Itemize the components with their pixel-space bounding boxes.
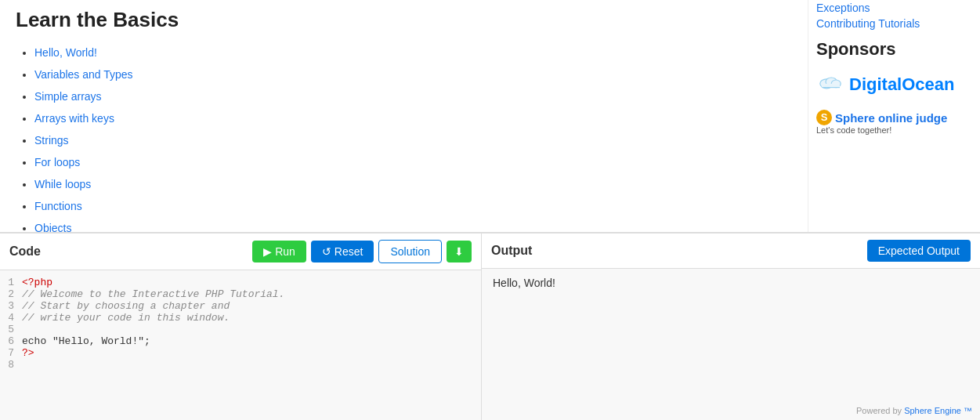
reset-icon: ↺ (322, 245, 331, 258)
code-header: Code ▶ Run ↺ Reset Solution ⬇ (0, 234, 481, 270)
tutorial-link[interactable]: Simple arrays (34, 90, 102, 103)
run-button[interactable]: ▶ Run (252, 241, 306, 262)
code-line: 1<?php (0, 277, 481, 288)
tutorial-link[interactable]: While loops (34, 178, 91, 190)
output-title: Output (491, 244, 867, 258)
tutorial-link[interactable]: Arrays with keys (34, 112, 114, 125)
tutorial-list: Hello, World!Variables and TypesSimple a… (16, 42, 792, 232)
line-number: 1 (0, 277, 22, 288)
tutorial-link[interactable]: Objects (34, 222, 71, 232)
line-code: <?php (22, 277, 52, 288)
exceptions-link[interactable]: Exceptions (816, 2, 967, 14)
code-line: 7?> (0, 347, 481, 359)
output-header: Output Expected Output (482, 234, 980, 269)
page-title: Learn the Basics (16, 8, 792, 32)
right-sidebar: Exceptions Contributing Tutorials Sponso… (808, 0, 980, 232)
line-code: ?> (22, 347, 34, 359)
reset-button[interactable]: ↺ Reset (311, 241, 374, 262)
line-number: 4 (0, 312, 22, 324)
tutorial-list-item: Objects (34, 217, 792, 232)
run-icon: ▶ (263, 245, 272, 258)
tutorial-list-item: While loops (34, 173, 792, 195)
tutorial-link[interactable]: Variables and Types (34, 68, 133, 81)
tutorial-list-item: Simple arrays (34, 85, 792, 107)
code-line: 5 (0, 324, 481, 335)
expected-output-button[interactable]: Expected Output (867, 240, 971, 262)
line-number: 2 (0, 288, 22, 300)
download-button[interactable]: ⬇ (447, 241, 472, 262)
run-label: Run (275, 245, 295, 258)
code-line: 8 (0, 359, 481, 371)
line-number: 6 (0, 335, 22, 347)
left-content: Learn the Basics Hello, World!Variables … (0, 0, 808, 232)
solution-button[interactable]: Solution (378, 240, 442, 263)
code-panel: Code ▶ Run ↺ Reset Solution ⬇ 1<?php2// … (0, 234, 482, 420)
reset-label: Reset (335, 245, 363, 258)
sphere-s-icon: S (816, 110, 832, 125)
line-code: // Welcome to the Interactive PHP Tutori… (22, 288, 284, 300)
line-code: echo "Hello, World!"; (22, 335, 150, 347)
digitalocean-icon (816, 71, 844, 99)
tutorial-list-item: Strings (34, 129, 792, 151)
output-panel: Output Expected Output Hello, World! Pow… (482, 234, 980, 420)
code-body[interactable]: 1<?php2// Welcome to the Interactive PHP… (0, 270, 481, 420)
line-code: // write your code in this window. (22, 312, 230, 324)
line-number: 7 (0, 347, 22, 359)
tutorial-list-item: Functions (34, 195, 792, 217)
bottom-panel: Code ▶ Run ↺ Reset Solution ⬇ 1<?php2// … (0, 232, 980, 420)
digitalocean-name: DigitalOcean (849, 74, 954, 95)
tutorial-list-item: Hello, World! (34, 42, 792, 63)
sponsors-title: Sponsors (816, 39, 967, 60)
tutorial-link[interactable]: Functions (34, 200, 82, 212)
tutorial-list-item: Variables and Types (34, 63, 792, 85)
sphere-name: Sphere online judge (835, 111, 947, 125)
code-line: 2// Welcome to the Interactive PHP Tutor… (0, 288, 481, 300)
line-number: 8 (0, 359, 22, 371)
digitalocean-sponsor: DigitalOcean (816, 71, 967, 99)
tutorial-link[interactable]: For loops (34, 156, 80, 168)
tutorial-list-item: Arrays with keys (34, 107, 792, 129)
tutorial-list-item: For loops (34, 151, 792, 173)
line-number: 5 (0, 324, 22, 335)
sphere-tagline: Let's code together! (816, 125, 967, 135)
powered-by: Powered by Sphere Engine ™ (856, 406, 972, 415)
line-code: // Start by choosing a chapter and (22, 300, 230, 312)
contributing-tutorials-link[interactable]: Contributing Tutorials (816, 17, 967, 30)
sphere-logo: S Sphere online judge Let's code togethe… (816, 110, 967, 135)
output-body: Hello, World! Powered by Sphere Engine ™ (482, 269, 980, 420)
digitalocean-logo: DigitalOcean (816, 71, 967, 99)
code-line: 3// Start by choosing a chapter and (0, 300, 481, 312)
code-line: 4// write your code in this window. (0, 312, 481, 324)
tutorial-link[interactable]: Strings (34, 134, 69, 147)
tutorial-link[interactable]: Hello, World! (34, 46, 97, 59)
code-line: 6echo "Hello, World!"; (0, 335, 481, 347)
download-icon: ⬇ (454, 245, 464, 258)
output-text: Hello, World! (493, 277, 555, 289)
line-number: 3 (0, 300, 22, 312)
sphere-engine-link[interactable]: Sphere Engine ™ (904, 406, 972, 415)
sphere-sponsor: S Sphere online judge Let's code togethe… (816, 110, 967, 135)
code-title: Code (9, 244, 248, 259)
